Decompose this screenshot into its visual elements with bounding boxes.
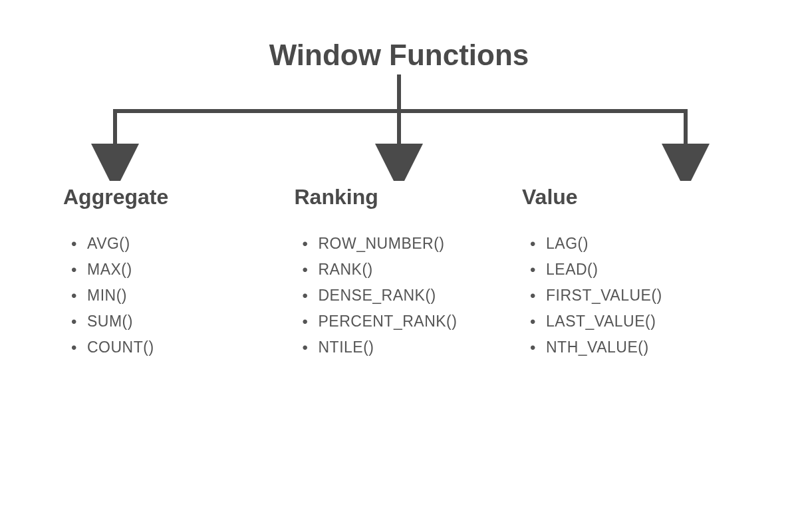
list-item: ROW_NUMBER() <box>303 231 507 257</box>
branch-list: AVG() MAX() MIN() SUM() COUNT() <box>63 231 276 360</box>
list-item: NTILE() <box>303 334 507 360</box>
branch-heading: Aggregate <box>63 185 276 209</box>
list-item: DENSE_RANK() <box>303 283 507 309</box>
branches-row: Aggregate AVG() MAX() MIN() SUM() COUNT(… <box>0 185 798 360</box>
list-item: MIN() <box>71 283 276 309</box>
list-item: RANK() <box>303 257 507 283</box>
list-item: LAST_VALUE() <box>530 309 735 334</box>
branch-heading: Ranking <box>295 185 507 209</box>
branch-value: Value LAG() LEAD() FIRST_VALUE() LAST_VA… <box>522 185 735 360</box>
branch-list: LAG() LEAD() FIRST_VALUE() LAST_VALUE() … <box>522 231 735 360</box>
list-item: AVG() <box>71 231 276 257</box>
list-item: PERCENT_RANK() <box>303 309 507 334</box>
branch-list: ROW_NUMBER() RANK() DENSE_RANK() PERCENT… <box>295 231 507 360</box>
list-item: SUM() <box>71 309 276 334</box>
diagram-title: Window Functions <box>269 39 529 72</box>
list-item: COUNT() <box>71 334 276 360</box>
branch-aggregate: Aggregate AVG() MAX() MIN() SUM() COUNT(… <box>63 185 276 360</box>
list-item: MAX() <box>71 257 276 283</box>
list-item: NTH_VALUE() <box>530 334 735 360</box>
branch-heading: Value <box>522 185 735 209</box>
branch-connector <box>0 74 798 181</box>
list-item: LEAD() <box>530 257 735 283</box>
list-item: LAG() <box>530 231 735 257</box>
list-item: FIRST_VALUE() <box>530 283 735 309</box>
branch-ranking: Ranking ROW_NUMBER() RANK() DENSE_RANK()… <box>295 185 507 360</box>
